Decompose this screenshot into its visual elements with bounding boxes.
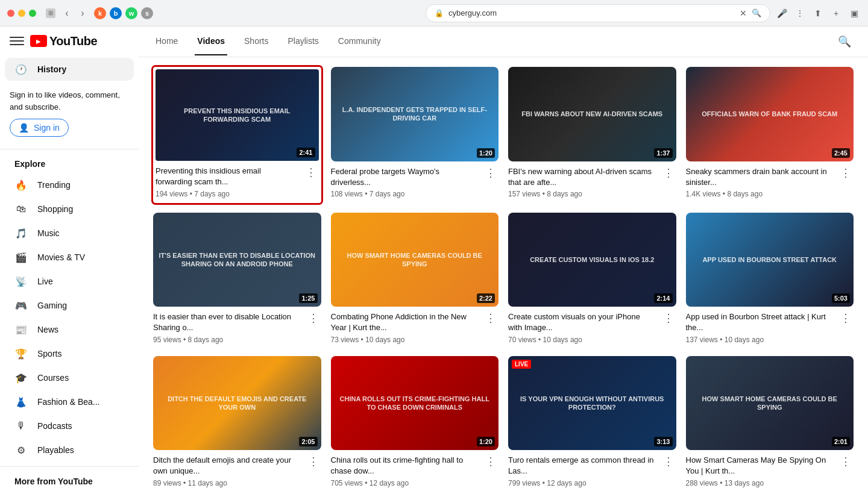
video-title: App used in Bourbon Street attack | Kurt… (686, 311, 834, 333)
video-title: Create custom visuals on your iPhone wit… (508, 311, 656, 333)
video-card-5[interactable]: IT'S EASIER THAN EVER TO DISABLE LOCATIO… (153, 213, 321, 346)
address-bar[interactable]: 🔒 cyberguy.com ✕ 🔍 (426, 4, 770, 22)
sidebar-label: Courses (37, 373, 69, 383)
video-title: How Smart Cameras May Be Spying On You |… (686, 455, 834, 477)
sidebar-item-news[interactable]: 📰 News (5, 318, 134, 341)
video-info: Federal probe targets Waymo's driverless… (331, 161, 499, 201)
video-meta: 108 views • 7 days ago (331, 190, 479, 198)
video-card-6[interactable]: HOW SMART HOME CAMERAS COULD BE SPYING 2… (331, 213, 499, 346)
explore-section-title: Explore (0, 154, 139, 171)
sidebar-item-trending[interactable]: 🔥 Trending (5, 174, 134, 196)
sidebar-item-courses[interactable]: 🎓 Courses (5, 366, 134, 389)
tab-2[interactable]: b (110, 7, 122, 19)
video-more-button[interactable]: ⋮ (306, 455, 321, 487)
channel-search-button[interactable]: 🔍 (835, 27, 854, 57)
video-duration: 2:22 (477, 293, 495, 303)
thumbnail-text: CREATE CUSTOM VISUALS IN iOS 18.2 (525, 251, 659, 269)
url-display: cyberguy.com (448, 8, 735, 17)
video-meta: 70 views • 10 days ago (508, 336, 656, 344)
video-more-button[interactable]: ⋮ (838, 455, 854, 487)
video-duration: 2:41 (297, 148, 315, 157)
video-more-button[interactable]: ⋮ (483, 455, 498, 487)
sidebar-label: News (37, 325, 58, 334)
video-details: Federal probe targets Waymo's driverless… (331, 166, 479, 198)
sidebar-panel-button[interactable]: ▣ (848, 7, 861, 20)
sidebar-toggle[interactable]: ⊞ (46, 8, 55, 18)
video-more-button[interactable]: ⋮ (306, 311, 321, 343)
video-title: FBI's new warning about AI-driven scams … (508, 166, 656, 188)
video-card-11[interactable]: IS YOUR VPN ENOUGH WITHOUT ANTIVIRUS PRO… (508, 356, 676, 488)
fashion-icon: 👗 (14, 395, 28, 408)
tab-4[interactable]: s (141, 7, 153, 19)
sidebar-item-live[interactable]: 📡 Live (5, 270, 134, 293)
more-button[interactable]: ⋮ (793, 7, 807, 20)
traffic-lights (7, 10, 36, 17)
video-more-button[interactable]: ⋮ (838, 311, 854, 343)
video-more-button[interactable]: ⋮ (838, 166, 854, 198)
forward-button[interactable]: › (76, 7, 89, 20)
tab-videos[interactable]: Videos (195, 28, 227, 55)
video-more-button[interactable]: ⋮ (483, 166, 498, 198)
close-button[interactable] (7, 10, 14, 17)
mic-button[interactable]: 🎤 (775, 7, 788, 20)
sidebar-label: Playables (37, 445, 74, 455)
video-card-3[interactable]: FBI WARNS ABOUT NEW AI-DRIVEN SCAMS 1:37… (508, 67, 676, 203)
youtube-wordmark: YouTube (49, 34, 97, 48)
maximize-button[interactable] (29, 10, 36, 17)
menu-button[interactable] (10, 34, 24, 48)
video-title: Sneaky scammers drain bank account in si… (686, 166, 834, 188)
new-tab-button[interactable]: + (829, 7, 843, 20)
youtube-logo[interactable]: YouTube (30, 34, 97, 48)
minimize-button[interactable] (18, 10, 25, 17)
video-card-9[interactable]: DITCH THE DEFAULT EMOJIS AND CREATE YOUR… (153, 356, 321, 488)
tab-playlists[interactable]: Playlists (285, 28, 321, 55)
video-card-12[interactable]: HOW SMART HOME CAMERAS COULD BE SPYING 2… (686, 356, 854, 488)
tab-community[interactable]: Community (336, 28, 383, 55)
video-more-button[interactable]: ⋮ (661, 311, 676, 343)
video-info: Preventing this insidious email forwardi… (156, 161, 319, 200)
gaming-icon: 🎮 (14, 299, 28, 312)
video-card-2[interactable]: L.A. INDEPENDENT GETS TRAPPED IN SELF-DR… (331, 67, 499, 203)
sidebar-item-gaming[interactable]: 🎮 Gaming (5, 294, 134, 317)
video-info: Turo rentals emerge as common thread in … (508, 450, 676, 488)
video-title: Turo rentals emerge as common thread in … (508, 455, 656, 477)
video-card-8[interactable]: APP USED IN BOURBON STREET ATTACK 5:03 A… (686, 213, 854, 346)
sidebar-item-playables[interactable]: ⚙ Playables (5, 439, 134, 461)
video-more-button[interactable]: ⋮ (661, 455, 676, 487)
video-info: It is easier than ever to disable Locati… (153, 307, 321, 346)
tab-home[interactable]: Home (153, 28, 180, 55)
sidebar-item-movies[interactable]: 🎬 Movies & TV (5, 246, 134, 269)
video-details: How Smart Cameras May Be Spying On You |… (686, 455, 834, 487)
search-icon[interactable]: 🔍 (752, 8, 761, 17)
clear-url-button[interactable]: ✕ (740, 8, 747, 18)
video-card-10[interactable]: CHINA ROLLS OUT ITS CRIME-FIGHTING HALL … (331, 356, 499, 488)
video-more-button[interactable]: ⋮ (483, 311, 498, 343)
sidebar-item-music[interactable]: 🎵 Music (5, 222, 134, 245)
sidebar-item-sports[interactable]: 🏆 Sports (5, 342, 134, 365)
thumbnail-text: OFFICIALS WARN OF BANK FRAUD SCAM (697, 105, 842, 123)
video-more-button[interactable]: ⋮ (303, 166, 319, 198)
sign-in-box: Sign in to like videos, comment, and sub… (0, 82, 139, 144)
sidebar-item-history[interactable]: 🕐 History (5, 58, 134, 81)
video-duration: 2:14 (654, 293, 672, 303)
video-more-button[interactable]: ⋮ (661, 166, 676, 198)
sidebar-label: Music (37, 228, 60, 238)
sidebar-item-podcasts[interactable]: 🎙 Podcasts (5, 414, 134, 437)
sidebar-item-shopping[interactable]: 🛍 Shopping (5, 198, 134, 221)
podcasts-icon: 🎙 (14, 419, 28, 433)
back-button[interactable]: ‹ (60, 7, 74, 20)
sidebar: YouTube 🕐 History Sign in to like videos… (0, 27, 139, 488)
tab-1[interactable]: k (94, 7, 106, 19)
tab-3[interactable]: w (125, 7, 137, 19)
sign-in-button[interactable]: 👤 Sign in (10, 119, 69, 137)
video-card-1[interactable]: PREVENT THIS INSIDIOUS EMAIL FORWARDING … (153, 67, 321, 203)
video-title: China rolls out its crime-fighting hall … (331, 455, 479, 477)
video-card-7[interactable]: CREATE CUSTOM VISUALS IN iOS 18.2 2:14 C… (508, 213, 676, 346)
tab-shorts[interactable]: Shorts (242, 28, 271, 55)
video-card-4[interactable]: OFFICIALS WARN OF BANK FRAUD SCAM 2:45 S… (686, 67, 854, 203)
share-button[interactable]: ⬆ (811, 7, 825, 20)
thumbnail-text: DITCH THE DEFAULT EMOJIS AND CREATE YOUR… (153, 390, 321, 417)
video-grid: PREVENT THIS INSIDIOUS EMAIL FORWARDING … (139, 57, 868, 488)
video-thumbnail: OFFICIALS WARN OF BANK FRAUD SCAM 2:45 (686, 67, 854, 161)
sidebar-item-fashion[interactable]: 👗 Fashion & Bea... (5, 390, 134, 413)
